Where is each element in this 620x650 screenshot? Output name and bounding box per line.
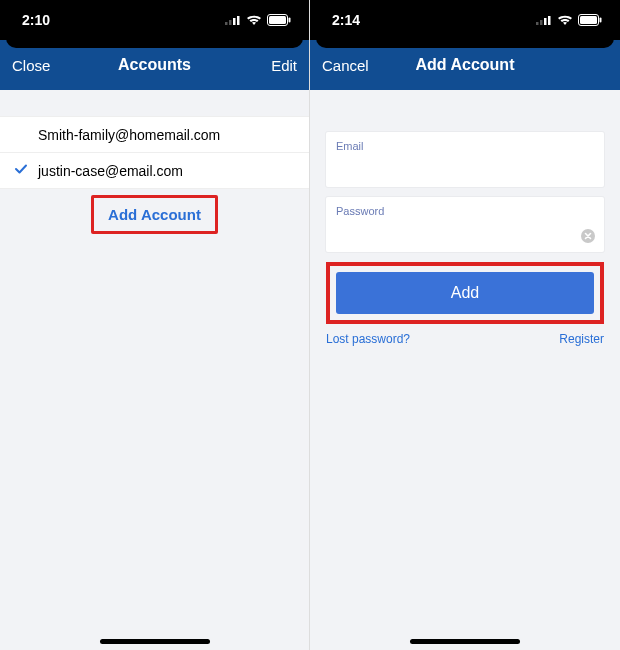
svg-rect-9 xyxy=(544,18,547,25)
battery-icon xyxy=(578,14,602,26)
accounts-content: Smith-family@homemail.com justin-case@em… xyxy=(0,116,309,234)
email-label: Email xyxy=(336,140,594,152)
status-right xyxy=(536,14,602,26)
home-indicator[interactable] xyxy=(100,639,210,644)
phone-add-account: 2:14 Cancel Add Account Email Password xyxy=(310,0,620,650)
check-icon xyxy=(14,162,28,179)
add-account-form: Email Password Add Lost password? Regist… xyxy=(310,90,620,346)
account-row[interactable]: justin-case@email.com xyxy=(0,153,309,189)
links-row: Lost password? Register xyxy=(326,332,604,346)
home-indicator[interactable] xyxy=(410,639,520,644)
register-link[interactable]: Register xyxy=(559,332,604,346)
account-row[interactable]: Smith-family@homemail.com xyxy=(0,117,309,153)
status-time: 2:14 xyxy=(332,12,360,28)
svg-rect-6 xyxy=(289,18,291,23)
svg-rect-5 xyxy=(269,16,286,24)
battery-icon xyxy=(267,14,291,26)
edit-button[interactable]: Edit xyxy=(271,57,297,74)
status-right xyxy=(225,14,291,26)
password-field-wrap[interactable]: Password xyxy=(326,197,604,252)
account-email: justin-case@email.com xyxy=(38,163,183,179)
svg-rect-1 xyxy=(229,20,232,25)
nav-bar: Close Accounts Edit xyxy=(0,40,309,90)
email-field-wrap[interactable]: Email xyxy=(326,132,604,187)
password-input[interactable] xyxy=(336,221,594,237)
wifi-icon xyxy=(557,14,573,26)
add-account-button[interactable]: Add Account xyxy=(96,200,213,229)
account-email: Smith-family@homemail.com xyxy=(38,127,220,143)
svg-rect-0 xyxy=(225,22,228,25)
svg-rect-10 xyxy=(548,16,551,25)
phone-accounts: 2:10 Close Accounts Edit Smith-family@ho… xyxy=(0,0,310,650)
close-button[interactable]: Close xyxy=(12,57,50,74)
svg-rect-8 xyxy=(540,20,543,25)
cellular-icon xyxy=(536,15,552,25)
email-input[interactable] xyxy=(336,156,594,172)
cellular-icon xyxy=(225,15,241,25)
cancel-button[interactable]: Cancel xyxy=(322,57,369,74)
svg-rect-3 xyxy=(237,16,240,25)
account-list: Smith-family@homemail.com justin-case@em… xyxy=(0,116,309,189)
nav-bar: Cancel Add Account xyxy=(310,40,620,90)
status-time: 2:10 xyxy=(22,12,50,28)
highlight-add-account: Add Account xyxy=(91,195,218,234)
nav-title: Accounts xyxy=(12,56,297,74)
lost-password-link[interactable]: Lost password? xyxy=(326,332,410,346)
add-button[interactable]: Add xyxy=(336,272,594,314)
highlight-add-button: Add xyxy=(326,262,604,324)
svg-rect-2 xyxy=(233,18,236,25)
clear-icon[interactable] xyxy=(580,228,596,244)
svg-rect-13 xyxy=(600,18,602,23)
wifi-icon xyxy=(246,14,262,26)
svg-rect-7 xyxy=(536,22,539,25)
password-label: Password xyxy=(336,205,594,217)
svg-rect-12 xyxy=(580,16,597,24)
